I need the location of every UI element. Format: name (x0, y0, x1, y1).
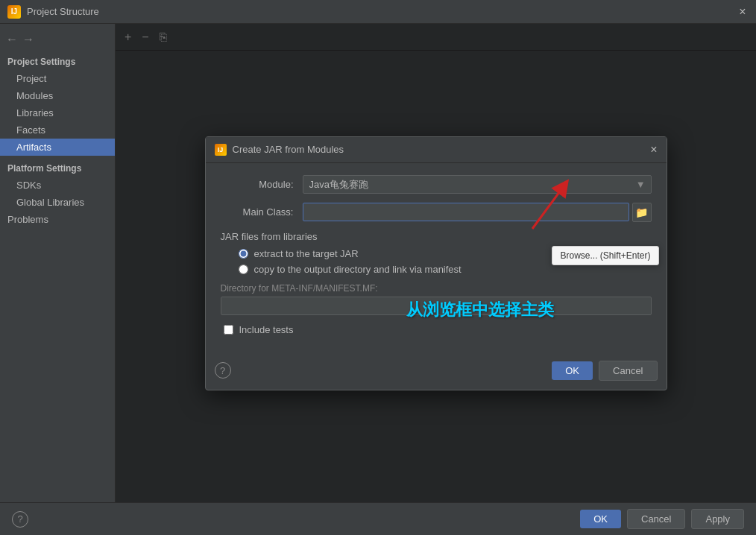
browse-tooltip: Browse... (Shift+Enter) (552, 246, 658, 265)
dialog-help-button[interactable]: ? (215, 362, 231, 379)
title-bar: IJ Project Structure × (0, 0, 756, 24)
sidebar-item-modules[interactable]: Modules (0, 87, 115, 104)
dialog-ok-button[interactable]: OK (552, 361, 593, 380)
module-select-wrap: Java龟兔赛跑 ▼ (303, 175, 652, 194)
dir-label-row: Directory for META-INF/MANIFEST.MF: (221, 282, 652, 294)
jar-files-label: JAR files from libraries (221, 231, 652, 242)
radio-copy-label: copy to the output directory and link vi… (254, 264, 462, 275)
radio-copy[interactable] (239, 265, 248, 274)
sidebar-item-sdks[interactable]: SDKs (0, 177, 115, 194)
nav-forward-arrow[interactable]: → (22, 33, 34, 46)
dir-input[interactable] (221, 297, 652, 315)
module-select-container: Java龟兔赛跑 ▼ (303, 175, 652, 194)
folder-icon: 📁 (635, 206, 648, 218)
content-area: + − ⎘ IJ Create JAR from Modules × (116, 24, 756, 502)
bottom-bar: ? OK Cancel Apply (0, 502, 756, 535)
platform-settings-label: Platform Settings (0, 156, 115, 177)
sidebar-item-global-libraries[interactable]: Global Libraries (0, 194, 115, 211)
main-layout: ← → Project Settings Project Modules Lib… (0, 24, 756, 502)
dialog-footer: ? OK Cancel (206, 355, 667, 390)
cancel-button[interactable]: Cancel (627, 509, 685, 529)
dir-label: Directory for META-INF/MANIFEST.MF: (221, 283, 378, 294)
dialog-title: Create JAR from Modules (233, 144, 651, 155)
sidebar-item-problems[interactable]: Problems (0, 211, 115, 228)
radio-extract-label: extract to the target JAR (254, 248, 359, 259)
include-tests-checkbox[interactable] (224, 325, 233, 335)
modal-overlay: IJ Create JAR from Modules × Module: Jav… (116, 24, 756, 502)
bottom-help: ? (12, 511, 28, 528)
radio-extract[interactable] (239, 249, 248, 259)
ok-button[interactable]: OK (580, 510, 621, 528)
dialog-cancel-button[interactable]: Cancel (599, 361, 657, 381)
sidebar-item-artifacts[interactable]: Artifacts (0, 139, 115, 156)
sidebar-item-libraries[interactable]: Libraries (0, 104, 115, 121)
help-button[interactable]: ? (12, 511, 28, 528)
directory-row (221, 297, 652, 315)
app-icon: IJ (7, 5, 21, 19)
main-class-row: Main Class: 📁 Browse... (Shift+Enter) (221, 203, 652, 222)
dialog-body: Module: Java龟兔赛跑 ▼ Main Class: (206, 163, 667, 355)
dialog-icon: IJ (215, 144, 227, 156)
radio-row-copy: copy to the output directory and link vi… (239, 264, 652, 275)
module-label: Module: (221, 179, 303, 190)
include-tests-row: Include tests (221, 324, 652, 335)
module-select[interactable]: Java龟兔赛跑 (303, 175, 652, 194)
window-title: Project Structure (27, 6, 737, 17)
dialog-title-bar: IJ Create JAR from Modules × (206, 137, 667, 163)
main-class-input[interactable] (303, 203, 629, 221)
nav-back-arrow[interactable]: ← (6, 33, 18, 46)
window-close-button[interactable]: × (737, 6, 749, 18)
main-class-input-wrap: 📁 (303, 203, 652, 222)
apply-button[interactable]: Apply (691, 509, 744, 529)
dialog-close-button[interactable]: × (650, 143, 657, 156)
main-class-label: Main Class: (221, 206, 303, 218)
include-tests-label: Include tests (239, 324, 294, 335)
sidebar-item-facets[interactable]: Facets (0, 121, 115, 139)
browse-button[interactable]: 📁 (632, 203, 652, 222)
sidebar-nav-arrows: ← → (0, 30, 115, 52)
sidebar: ← → Project Settings Project Modules Lib… (0, 24, 116, 502)
create-jar-dialog: IJ Create JAR from Modules × Module: Jav… (205, 136, 667, 390)
module-row: Module: Java龟兔赛跑 ▼ (221, 175, 652, 194)
project-settings-label: Project Settings (0, 52, 115, 70)
sidebar-item-project[interactable]: Project (0, 70, 115, 87)
